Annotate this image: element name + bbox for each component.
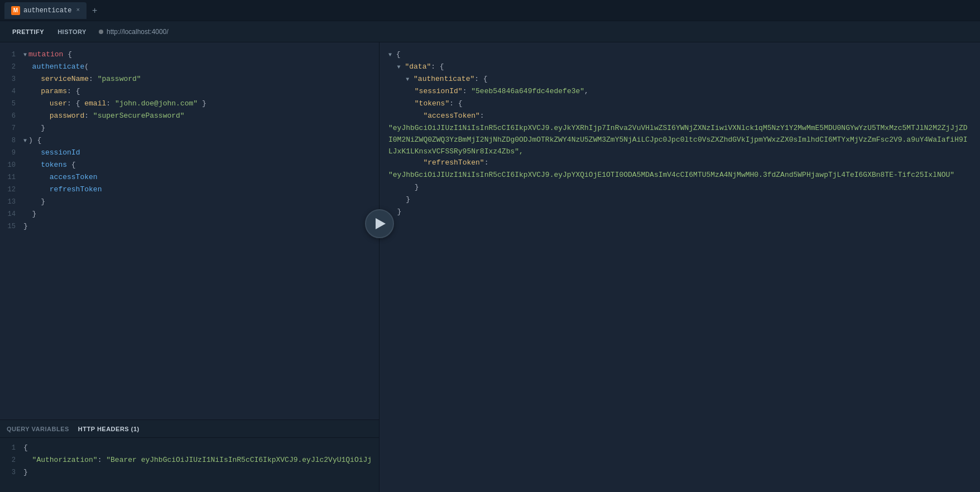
line-number: 11	[0, 172, 16, 183]
resp-line-5: "tokens": {	[379, 98, 980, 110]
history-button[interactable]: HISTORY	[52, 26, 92, 38]
code-line-1: 1 ▼mutation {	[0, 49, 379, 61]
line-content: "accessToken":	[388, 110, 971, 123]
url-status-dot	[99, 30, 103, 34]
resp-line-9: "eyJhbGciOiJIUzI1NiIsInR5cCI6IkpXVCJ9.ey…	[379, 170, 980, 182]
line-number: 2	[0, 61, 16, 73]
line-number: 10	[0, 160, 16, 171]
http-headers-tab[interactable]: HTTP HEADERS (1)	[78, 425, 140, 433]
response-panel: ▼ { ▼ "data": { ▼ "authenticate": { "ses…	[379, 42, 980, 492]
resp-line-2: ▼ "data": {	[379, 61, 980, 74]
main-layout: 1 ▼mutation { 2 authenticate( 3 serviceN…	[0, 42, 980, 492]
line-content: authenticate(	[23, 61, 372, 73]
line-content: "refreshToken":	[388, 157, 971, 170]
line-content: user: { email: "john.doe@john.com" }	[23, 98, 372, 110]
line-content: }	[23, 209, 372, 220]
code-line-10: 10 tokens {	[0, 160, 379, 172]
line-content: refreshToken	[23, 184, 372, 196]
new-tab-button[interactable]: +	[88, 3, 102, 18]
resp-line-8: "refreshToken":	[379, 157, 980, 170]
bottom-tabs: QUERY VARIABLES HTTP HEADERS (1)	[0, 420, 379, 438]
line-content: ▼) {	[23, 135, 372, 147]
resp-line-13: }	[379, 219, 980, 231]
active-tab[interactable]: M authenticate ×	[4, 2, 87, 19]
line-content: "eyJhbGciOiJIUzI1NiIsInR5cCI6IkpXVCJ9.ey…	[388, 170, 971, 182]
line-content: "eyJhbGciOiJIUzI1NiIsInR5cCI6IkpXVCJ9.ey…	[388, 123, 971, 157]
line-content: }	[388, 206, 971, 219]
line-number: 3	[0, 467, 16, 478]
line-content: "sessionId": "5eeb54846a649fdc4edefe3e",	[388, 86, 971, 98]
code-line-3: 3 serviceName: "password"	[0, 74, 379, 86]
code-line-11: 11 accessToken	[0, 172, 379, 184]
play-btn-pos	[365, 209, 394, 238]
resp-line-11: }	[379, 194, 980, 206]
headers-line-3: 3 }	[0, 467, 379, 479]
line-content: "tokens": {	[388, 98, 971, 110]
line-content: params: {	[23, 86, 372, 98]
line-number: 8	[0, 135, 16, 146]
line-content: accessToken	[23, 172, 372, 184]
bottom-panel: QUERY VARIABLES HTTP HEADERS (1) 1 { 2 "…	[0, 419, 379, 492]
left-panel: 1 ▼mutation { 2 authenticate( 3 serviceN…	[0, 42, 379, 492]
tab-close-button[interactable]: ×	[76, 7, 80, 13]
line-content: {	[23, 442, 372, 454]
line-content: serviceName: "password"	[23, 74, 372, 85]
line-number: 1	[0, 49, 16, 60]
toolbar: PRETTIFY HISTORY http://localhost:4000/	[0, 21, 980, 42]
code-line-5: 5 user: { email: "john.doe@john.com" }	[0, 98, 379, 110]
line-content: sessionId	[23, 147, 372, 159]
code-line-7: 7 }	[0, 123, 379, 135]
query-variables-tab[interactable]: QUERY VARIABLES	[7, 425, 69, 433]
line-number: 13	[0, 196, 16, 208]
headers-editor[interactable]: 1 { 2 "Authorization": "Bearer eyJhbGciO…	[0, 438, 379, 492]
resp-line-3: ▼ "authenticate": {	[379, 74, 980, 86]
code-line-12: 12 refreshToken	[0, 184, 379, 196]
line-content: "Authorization": "Bearer eyJhbGciOiJIUzI…	[23, 455, 372, 466]
code-line-14: 14 }	[0, 209, 379, 221]
resp-line-10: }	[379, 182, 980, 194]
headers-line-1: 1 {	[0, 442, 379, 455]
resp-line-1: ▼ {	[379, 49, 980, 61]
prettify-button[interactable]: PRETTIFY	[7, 26, 50, 38]
query-editor[interactable]: 1 ▼mutation { 2 authenticate( 3 serviceN…	[0, 42, 379, 419]
tab-app-icon: M	[11, 6, 20, 15]
line-content: }	[388, 194, 971, 206]
code-line-8: 8 ▼) {	[0, 135, 379, 147]
line-content: ▼ "authenticate": {	[388, 74, 971, 86]
line-number: 4	[0, 86, 16, 97]
line-content: ▼ {	[388, 49, 971, 61]
execute-query-button[interactable]	[365, 209, 394, 238]
line-content: }	[23, 123, 372, 134]
line-content: }	[23, 196, 372, 208]
line-number: 5	[0, 98, 16, 109]
tab-bar: M authenticate × +	[0, 0, 980, 21]
line-number: 9	[0, 147, 16, 158]
line-number: 7	[0, 123, 16, 134]
line-content: }	[388, 182, 971, 194]
headers-line-2: 2 "Authorization": "Bearer eyJhbGciOiJIU…	[0, 455, 379, 467]
url-text: http://localhost:4000/	[107, 28, 169, 36]
tab-label: authenticate	[23, 7, 71, 15]
line-content: password: "superSecurePassword"	[23, 110, 372, 122]
code-line-6: 6 password: "superSecurePassword"	[0, 110, 379, 123]
line-number: 1	[0, 442, 16, 454]
line-content: }	[23, 467, 372, 479]
resp-line-12: }	[379, 206, 980, 219]
line-number: 15	[0, 221, 16, 232]
code-line-13: 13 }	[0, 196, 379, 209]
line-content: }	[23, 221, 372, 233]
code-line-2: 2 authenticate(	[0, 61, 379, 74]
url-bar: http://localhost:4000/	[99, 28, 169, 36]
line-content: }	[388, 219, 971, 231]
code-line-9: 9 sessionId	[0, 147, 379, 160]
line-number: 12	[0, 184, 16, 195]
line-number: 2	[0, 455, 16, 466]
code-line-4: 4 params: {	[0, 86, 379, 98]
line-number: 14	[0, 209, 16, 220]
resp-line-4: "sessionId": "5eeb54846a649fdc4edefe3e",	[379, 86, 980, 98]
code-line-15: 15 }	[0, 221, 379, 233]
resp-line-7: "eyJhbGciOiJIUzI1NiIsInR5cCI6IkpXVCJ9.ey…	[379, 123, 980, 157]
line-number: 6	[0, 110, 16, 122]
line-content: tokens {	[23, 160, 372, 171]
play-icon	[376, 218, 386, 229]
